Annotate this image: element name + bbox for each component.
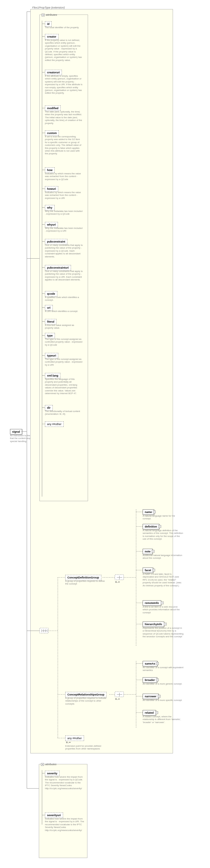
attr-creator-doc: If the property value is not defined, sp… bbox=[45, 39, 83, 62]
expand-icon[interactable]: + bbox=[153, 510, 156, 513]
attr-pubconstrainturi-doc: One or many constraints that apply to pu… bbox=[45, 270, 83, 281]
el-facet: facet bbox=[143, 567, 153, 573]
el-remoteinfo-doc: A link to an item or a web resource whic… bbox=[143, 606, 184, 614]
attr-uri-doc: A URI which identifies a concept. bbox=[45, 310, 83, 313]
attr-how-doc: Indicates by which means the value was e… bbox=[45, 172, 83, 181]
el-related-doc: A related concept, where the relationshi… bbox=[143, 715, 184, 724]
expand-icon[interactable]: + bbox=[164, 623, 167, 625]
el-note: note bbox=[143, 549, 153, 554]
occur-rel: 0..∞ bbox=[115, 698, 120, 700]
el-definition-doc: A natural language definition of the sem… bbox=[143, 529, 184, 540]
choice-compositor-rel bbox=[115, 691, 124, 697]
diagram-canvas: signal An instruction to the processor t… bbox=[0, 0, 210, 868]
attr-pubconstraint-doc: One or many constraints that apply to pu… bbox=[45, 244, 83, 258]
extension-title: Flex1PropType (extension) bbox=[32, 6, 65, 9]
attr-why-doc: Why the metadata has been included - exp… bbox=[45, 210, 83, 216]
el-sameas: sameAs bbox=[143, 661, 157, 666]
el-sameas-doc: An identifier of a concept with equivale… bbox=[143, 666, 184, 672]
attr-dir-doc: The directionality of textual content (e… bbox=[45, 410, 83, 416]
group-concept-relationships-doc: A group of properties required to indica… bbox=[65, 697, 109, 705]
attr-whyuri-doc: Why the metadata has been included - exp… bbox=[45, 227, 83, 232]
attr-literal-doc: A free-text value assigned as property v… bbox=[45, 324, 83, 330]
el-broader: broader bbox=[143, 677, 157, 683]
attr-creatoruri-doc: If the attribute is empty, specifies whi… bbox=[45, 74, 83, 95]
el-hierarchyinfo: hierarchyInfo bbox=[143, 621, 164, 627]
attr-custom-doc: If set to true the corresponding propert… bbox=[45, 135, 83, 155]
attr-modified-doc: The date (and, optionally, the time) whe… bbox=[45, 111, 83, 125]
severity-attributes-label: attributes bbox=[45, 763, 56, 766]
expand-icon[interactable]: + bbox=[152, 569, 155, 571]
choice-compositor-def bbox=[115, 575, 124, 580]
main-attributes-label: attributes bbox=[46, 13, 57, 17]
attr-any-other: any ##other bbox=[45, 422, 64, 427]
expand-icon[interactable]: + bbox=[155, 711, 158, 714]
attr-severityuri-doc: Indicates how severe the impact from the… bbox=[45, 817, 84, 832]
any-other-element: any ##other bbox=[65, 736, 84, 741]
attr-qcode-doc: A qualified code which identifies a conc… bbox=[45, 296, 83, 302]
el-narrower-doc: An identifier of a more specific concept… bbox=[143, 699, 184, 702]
root-element: signal bbox=[10, 429, 22, 434]
el-remoteinfo: remoteInfo bbox=[143, 600, 161, 606]
attr-id-doc: The local identifier of the property. bbox=[45, 26, 81, 29]
expand-icon[interactable]: + bbox=[158, 695, 160, 698]
el-broader-doc: An identifier of a more generic concept. bbox=[143, 682, 184, 685]
attr-type-doc: The type of the concept assigned as cont… bbox=[45, 338, 83, 346]
attr-howuri-doc: Indicates by which means the value was e… bbox=[45, 191, 83, 199]
attr-icon: ≡ bbox=[41, 763, 44, 766]
expand-icon[interactable]: + bbox=[152, 550, 154, 553]
occur-def: 0..∞ bbox=[115, 581, 120, 583]
el-note-doc: Additional natural language information … bbox=[143, 554, 184, 560]
el-related: related bbox=[143, 710, 156, 715]
attr-icon: ≡ bbox=[41, 13, 44, 17]
el-name: name bbox=[143, 509, 154, 515]
expand-icon[interactable]: + bbox=[158, 525, 161, 528]
occur-any: 0..∞ bbox=[66, 741, 71, 744]
group-concept-definition-doc: A group of properties required to define… bbox=[65, 580, 108, 585]
el-name-doc: A natural language name for the concept. bbox=[143, 515, 184, 520]
expand-icon[interactable]: + bbox=[161, 601, 163, 604]
el-hierarchyinfo-doc: Represents the position of a concept in … bbox=[143, 627, 184, 638]
el-facet-doc: In NAR 1.8 and later, facet is deprecate… bbox=[143, 573, 184, 587]
el-definition: definition bbox=[143, 524, 159, 529]
el-narrower: narrower bbox=[143, 694, 159, 699]
any-other-doc: Extension point for provider-defined pro… bbox=[65, 745, 105, 750]
sequence-compositor bbox=[39, 628, 49, 633]
attr-xmllang-doc: Specifies the language of this property … bbox=[45, 378, 83, 395]
attr-typeuri-doc: The type of the concept assigned as cont… bbox=[45, 358, 83, 366]
attr-severity-doc: Indicates how severe the impact from the… bbox=[45, 776, 84, 790]
expand-icon[interactable]: + bbox=[156, 662, 159, 665]
expand-icon[interactable]: + bbox=[156, 679, 159, 681]
